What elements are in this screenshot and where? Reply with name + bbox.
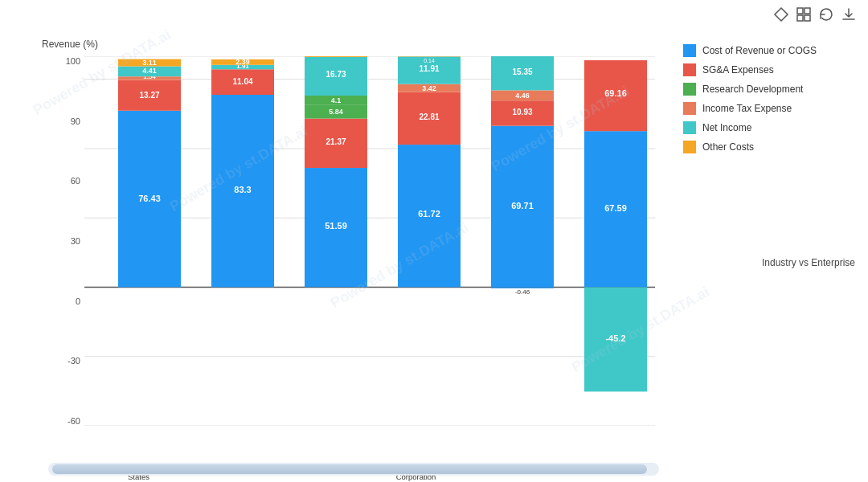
svg-text:4.1: 4.1 (331, 96, 342, 104)
svg-text:3.11: 3.11 (142, 59, 157, 67)
legend-color-ite (683, 102, 696, 115)
legend-color-sga (683, 63, 696, 76)
svg-text:69.16: 69.16 (604, 88, 627, 98)
legend-label-cogs: Cost of Revenue or COGS (702, 45, 817, 56)
legend-item-other: Other Costs (683, 141, 860, 153)
svg-marker-0 (775, 8, 788, 21)
svg-rect-2 (805, 8, 810, 14)
y-tick-n60: -60 (68, 416, 80, 426)
chart-area: Revenue (%) 100 90 60 30 0 -30 -60 (0, 24, 659, 458)
svg-text:3.42: 3.42 (422, 84, 436, 92)
svg-text:83.3: 83.3 (234, 185, 251, 194)
legend-label-rd: Research Development (702, 84, 803, 95)
legend-item-cogs: Cost of Revenue or COGS (683, 44, 860, 57)
svg-text:11.04: 11.04 (232, 77, 252, 86)
industry-vs-enterprise-label: Industry vs Enterprise (762, 257, 855, 268)
svg-text:10.93: 10.93 (512, 108, 532, 116)
svg-text:4.46: 4.46 (515, 92, 530, 100)
scrollbar[interactable] (48, 463, 659, 476)
svg-text:2.39: 2.39 (235, 58, 250, 66)
legend-label-sga: SG&A Expenses (702, 64, 774, 76)
svg-text:0.14: 0.14 (424, 58, 435, 63)
y-axis-label: Revenue (%) (42, 39, 98, 50)
legend-label-ite: Income Tax Expense (702, 103, 792, 114)
svg-text:51.59: 51.59 (325, 221, 347, 231)
legend-item-ni: Net Income (683, 121, 860, 134)
toolbar (773, 6, 857, 22)
legend-label-ni: Net Income (702, 122, 751, 133)
legend-label-other: Other Costs (702, 141, 754, 153)
legend-color-rd (683, 83, 696, 96)
y-tick-n30: -30 (68, 356, 80, 366)
y-tick-100: 100 (66, 56, 80, 66)
svg-rect-1 (797, 8, 803, 14)
grid-icon[interactable] (796, 6, 812, 22)
legend-color-cogs (683, 44, 696, 57)
refresh-icon[interactable] (818, 6, 834, 22)
scrollbar-thumb[interactable] (52, 464, 647, 474)
svg-text:61.72: 61.72 (418, 209, 440, 219)
svg-text:21.37: 21.37 (326, 137, 346, 146)
svg-text:-0.46: -0.46 (515, 288, 530, 296)
y-tick-30: 30 (71, 236, 80, 246)
svg-text:-45.2: -45.2 (605, 333, 625, 343)
diamond-icon[interactable] (773, 6, 789, 22)
svg-text:0.37: 0.37 (330, 51, 342, 57)
svg-text:22.81: 22.81 (419, 112, 439, 121)
grid-and-bars: 76.43 13.27 1.54 4.41 3.11 83.3 11.04 (84, 56, 655, 426)
y-tick-90: 90 (71, 116, 80, 126)
y-tick-0: 0 (76, 296, 80, 306)
y-axis: 100 90 60 30 0 -30 -60 (56, 56, 80, 426)
legend: Cost of Revenue or COGS SG&A Expenses Re… (683, 44, 860, 153)
download-icon[interactable] (841, 6, 857, 22)
legend-item-sga: SG&A Expenses (683, 63, 860, 76)
svg-rect-3 (797, 15, 803, 21)
svg-text:5.84: 5.84 (329, 108, 343, 116)
legend-item-ite: Income Tax Expense (683, 102, 860, 115)
legend-item-rd: Research Development (683, 83, 860, 96)
bars-svg: 76.43 13.27 1.54 4.41 3.11 83.3 11.04 (84, 56, 655, 426)
legend-color-other (683, 141, 696, 153)
svg-text:67.59: 67.59 (604, 203, 627, 213)
legend-color-ni (683, 121, 696, 134)
svg-text:4.41: 4.41 (142, 67, 157, 75)
svg-rect-4 (805, 15, 810, 21)
svg-text:16.73: 16.73 (326, 70, 346, 79)
svg-text:69.71: 69.71 (511, 201, 534, 210)
y-tick-60: 60 (71, 176, 80, 186)
svg-text:15.35: 15.35 (512, 67, 532, 76)
svg-text:11.91: 11.91 (419, 64, 439, 73)
svg-text:76.43: 76.43 (138, 194, 161, 203)
svg-text:13.27: 13.27 (139, 91, 159, 100)
